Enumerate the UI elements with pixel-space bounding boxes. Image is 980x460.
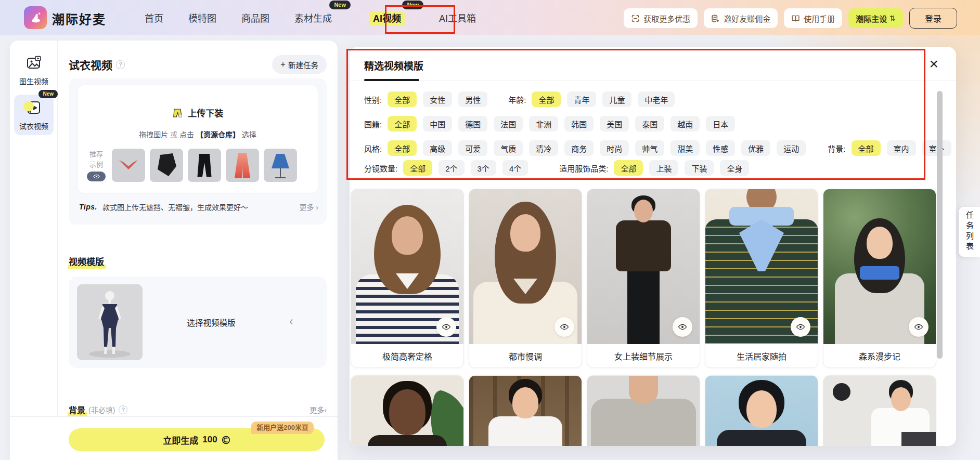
nav-material-gen[interactable]: 素材生成	[294, 14, 332, 24]
preview-eye-button[interactable]	[909, 317, 929, 337]
preview-eye-button[interactable]	[791, 317, 810, 337]
template-card[interactable]	[469, 375, 582, 446]
tips-more-link[interactable]: 更多 ›	[299, 202, 318, 212]
sample-thumb-red-top[interactable]	[112, 149, 145, 182]
manual-button[interactable]: 使用手册	[784, 8, 842, 28]
generate-button[interactable]: 立即生成 100 新用户送200米豆	[69, 428, 325, 451]
template-card[interactable]: 都市慢调	[469, 189, 582, 368]
filter-pill[interactable]: 清冷	[529, 140, 558, 156]
filter-pill[interactable]: 全部	[388, 91, 417, 107]
template-card[interactable]	[705, 375, 818, 446]
filter-pill[interactable]: 美国	[600, 116, 629, 132]
new-task-button[interactable]: + 新建任务	[272, 55, 327, 74]
modal-scrollbar[interactable]	[937, 91, 943, 359]
filter-pill[interactable]: 帅气	[635, 140, 664, 156]
filter-pill[interactable]: 甜美	[670, 140, 700, 156]
coins-icon	[711, 14, 720, 23]
brand-logo-icon[interactable]	[24, 6, 47, 29]
template-card[interactable]	[823, 375, 936, 446]
login-button[interactable]: 登录	[909, 8, 957, 29]
close-icon[interactable]: ×	[929, 56, 938, 72]
filter-pill[interactable]: 中国	[423, 116, 452, 132]
preview-eye-button[interactable]	[436, 317, 456, 337]
help-icon[interactable]: ?	[119, 405, 127, 414]
sample-thumb-black-skirt[interactable]	[150, 149, 183, 182]
filter-pill[interactable]: 2个	[439, 160, 464, 176]
filter-pill[interactable]: 上装	[649, 160, 678, 176]
filter-pill[interactable]: 全身	[720, 160, 749, 176]
filter-pill[interactable]: 韩国	[564, 116, 594, 132]
filter-pill[interactable]: 4个	[502, 160, 528, 176]
preview-eye-button[interactable]	[555, 317, 574, 337]
nav-model-image[interactable]: 模特图	[188, 11, 216, 24]
task-list-tab[interactable]: 任务列表	[959, 207, 980, 257]
invite-button[interactable]: 邀好友赚佣金	[704, 8, 778, 28]
promo-label: 获取更多优惠	[643, 13, 690, 24]
nav-home[interactable]: 首页	[145, 11, 163, 24]
filter-pill[interactable]: 青年	[567, 91, 596, 107]
resource-library-link[interactable]: 【资源仓库】	[196, 130, 240, 139]
filter-row-nationality: 国籍: 全部 中国 德国 法国 非洲 韩国 美国 泰国 越南 日本	[364, 116, 935, 132]
upload-group-card: 上传下装 拖拽图片 或 点击 【资源仓库】 选择 推荐 示例	[69, 78, 327, 225]
task-list-label: 任务列表	[964, 211, 975, 253]
filter-pill[interactable]: 全部	[388, 116, 417, 132]
template-photo	[587, 189, 700, 344]
upload-dropzone[interactable]: 上传下装 拖拽图片 或 点击 【资源仓库】 选择 推荐 示例	[77, 85, 318, 193]
filter-pill[interactable]: 男性	[458, 91, 487, 107]
filter-pill[interactable]: 德国	[458, 116, 487, 132]
sidebar-item-fitting-video[interactable]: New 试衣视频	[14, 95, 54, 135]
sidebar-item-label: 试衣视频	[14, 121, 54, 131]
eye-icon	[442, 322, 451, 332]
filter-pill[interactable]: 全部	[388, 140, 417, 156]
top-header: 潮际好麦 首页 模特图 商品图 素材生成 New AI视频 New AI工具箱 …	[0, 0, 980, 35]
filter-pill[interactable]: 性感	[706, 140, 735, 156]
sample-thumb-red-flare-pants[interactable]	[226, 149, 259, 182]
sample-thumb-blue-skirt[interactable]	[264, 149, 297, 182]
filter-pill[interactable]: 全部	[614, 160, 643, 176]
sidebar-item-image-to-video[interactable]: 图生视频	[14, 50, 54, 90]
promo-button[interactable]: 获取更多优惠	[624, 8, 698, 28]
template-card[interactable]: 生活居家随拍	[705, 189, 818, 368]
template-card[interactable]: 女上装细节展示	[587, 189, 700, 368]
samples-eye-toggle[interactable]	[87, 172, 106, 181]
filter-pill[interactable]: 高级	[423, 140, 452, 156]
filter-pill[interactable]: 日本	[706, 116, 735, 132]
template-photo	[351, 376, 463, 446]
theme-switch-button[interactable]: 潮际主设 ⇅	[848, 8, 903, 28]
filter-pill[interactable]: 泰国	[635, 116, 664, 132]
magic-hat-icon	[28, 10, 43, 25]
template-card[interactable]: 极简高奢定格	[351, 189, 464, 368]
filter-pill[interactable]: 儿童	[602, 91, 631, 107]
filter-pill[interactable]: 越南	[670, 116, 700, 132]
background-more-link[interactable]: 更多›	[310, 404, 327, 415]
template-card[interactable]: 森系漫步记	[823, 189, 936, 368]
filter-pill[interactable]: 非洲	[529, 116, 558, 132]
filter-pill[interactable]: 时尚	[600, 140, 629, 156]
filter-pill[interactable]: 下装	[685, 160, 714, 176]
preview-eye-button[interactable]	[673, 317, 692, 337]
filter-pill[interactable]: 运动	[777, 140, 806, 156]
active-tab-indicator	[364, 79, 419, 81]
template-card[interactable]	[351, 375, 464, 446]
nav-product-image[interactable]: 商品图	[241, 11, 269, 24]
template-card[interactable]	[587, 375, 700, 446]
filter-pill[interactable]: 女性	[423, 91, 452, 107]
filter-pill[interactable]: 法国	[494, 116, 523, 132]
filter-pill[interactable]: 全部	[852, 140, 881, 156]
filter-pill[interactable]: 3个	[471, 160, 496, 176]
collapse-chevron-icon[interactable]: ‹	[289, 315, 293, 327]
filter-pill[interactable]: 优雅	[741, 140, 770, 156]
filter-pill[interactable]: 全部	[403, 160, 432, 176]
sidebar-item-label: 图生视频	[14, 76, 54, 86]
help-icon[interactable]: ?	[116, 60, 125, 69]
filter-pill[interactable]: 气质	[494, 140, 523, 156]
nav-ai-video[interactable]: AI视频	[369, 11, 405, 26]
filter-pill[interactable]: 可爱	[458, 140, 487, 156]
filter-pill[interactable]: 商务	[564, 140, 594, 156]
nav-ai-toolbox[interactable]: AI工具箱	[439, 11, 476, 24]
select-template-card[interactable]: 选择视频模版 ‹	[69, 277, 327, 368]
filter-pill[interactable]: 中老年	[638, 91, 675, 107]
sample-thumb-black-pants[interactable]	[188, 149, 221, 182]
filter-pill[interactable]: 室内	[887, 140, 916, 156]
filter-pill[interactable]: 全部	[532, 91, 561, 107]
